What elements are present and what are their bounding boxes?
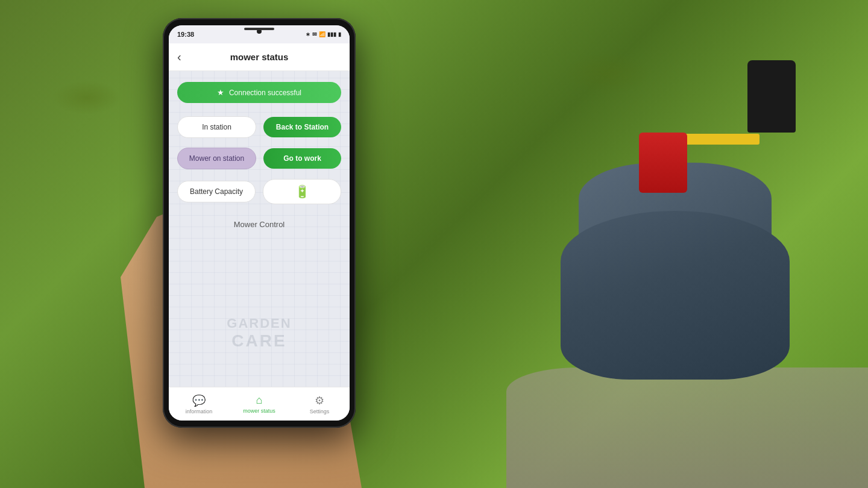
app-content: GARDEN CARE ★ Connection successful In s… bbox=[169, 71, 350, 387]
settings-icon: ⚙ bbox=[315, 394, 324, 407]
status-time: 19:38 bbox=[177, 31, 194, 38]
app-header: ‹ mower status bbox=[169, 43, 350, 71]
nav-item-settings[interactable]: ⚙ Settings bbox=[289, 394, 350, 414]
phone-screen: 19:38 ∗ ✉ 📶 ▮▮▮ ▮ ‹ mower status GARDEN bbox=[169, 25, 350, 421]
nav-label-information: information bbox=[186, 408, 213, 414]
header-title: mower status bbox=[230, 52, 289, 62]
wifi-icon: 📶 bbox=[319, 31, 326, 37]
back-to-station-button[interactable]: Back to Station bbox=[263, 117, 341, 137]
watermark-line1: GARDEN bbox=[227, 316, 291, 331]
watermark: GARDEN CARE bbox=[227, 316, 291, 351]
nav-item-information[interactable]: 💬 information bbox=[169, 394, 229, 414]
phone-body: 19:38 ∗ ✉ 📶 ▮▮▮ ▮ ‹ mower status GARDEN bbox=[163, 18, 356, 428]
nav-item-mower-status[interactable]: ⌂ mower status bbox=[229, 394, 289, 414]
watermark-line2: CARE bbox=[227, 331, 291, 351]
mower-control-label: Mower Control bbox=[177, 220, 341, 229]
notifications-icon: ✉ bbox=[312, 31, 317, 37]
bottom-nav: 💬 information ⌂ mower status ⚙ Settings bbox=[169, 387, 350, 421]
connection-text: Connection successful bbox=[229, 89, 301, 97]
phone-speaker bbox=[244, 28, 274, 30]
ground bbox=[506, 368, 868, 488]
mower-red-part bbox=[639, 133, 687, 193]
nav-label-mower-status: mower status bbox=[243, 408, 275, 414]
mower-body bbox=[561, 211, 790, 380]
battery-icon-pill: 🔋 bbox=[263, 179, 341, 204]
mower-charger bbox=[747, 60, 796, 133]
mower-status-icon: ⌂ bbox=[256, 394, 263, 407]
in-station-label: In station bbox=[177, 116, 256, 138]
mower-device bbox=[530, 48, 832, 380]
battery-status-icon: ▮ bbox=[338, 31, 341, 37]
go-to-work-button[interactable]: Go to work bbox=[263, 148, 341, 169]
nav-label-settings: Settings bbox=[310, 408, 330, 414]
information-icon: 💬 bbox=[192, 394, 206, 407]
phone-wrapper: 19:38 ∗ ✉ 📶 ▮▮▮ ▮ ‹ mower status GARDEN bbox=[163, 18, 356, 428]
battery-capacity-label: Battery Capacity bbox=[177, 181, 256, 202]
connection-banner: ★ Connection successful bbox=[177, 82, 341, 103]
battery-full-icon: 🔋 bbox=[295, 184, 310, 199]
status-icons: ∗ ✉ 📶 ▮▮▮ ▮ bbox=[306, 31, 341, 37]
status-row-2: Mower on station Go to work bbox=[177, 148, 341, 169]
back-button[interactable]: ‹ bbox=[177, 50, 181, 64]
bluetooth-status-icon: ∗ bbox=[306, 31, 310, 37]
signal-icon: ▮▮▮ bbox=[327, 31, 336, 37]
status-row-1: In station Back to Station bbox=[177, 116, 341, 138]
mower-on-station-label: Mower on station bbox=[177, 148, 256, 169]
bluetooth-icon: ★ bbox=[217, 88, 224, 97]
battery-row: Battery Capacity 🔋 bbox=[177, 179, 341, 204]
